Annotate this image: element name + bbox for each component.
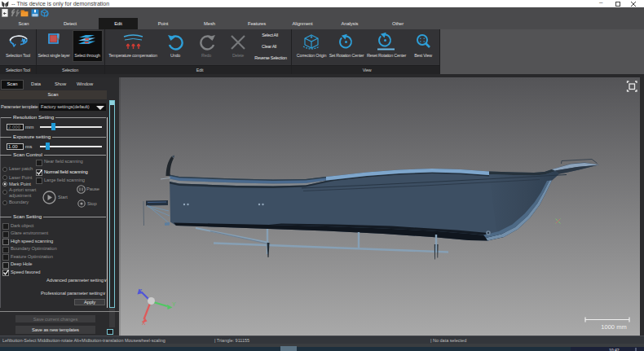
svg-text:X: X (142, 320, 146, 326)
svg-text:1000 mm: 1000 mm (601, 323, 626, 331)
svg-text:Y: Y (172, 301, 176, 307)
svg-text:Z: Z (139, 288, 143, 294)
